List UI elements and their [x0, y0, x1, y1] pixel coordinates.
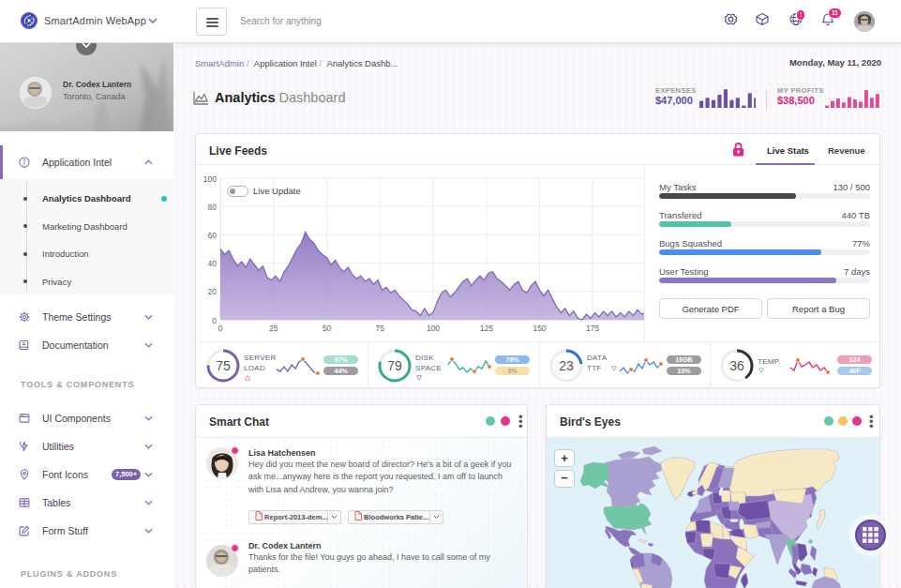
svg-text:79: 79 — [387, 358, 402, 373]
svg-text:75: 75 — [375, 324, 384, 333]
svg-text:100: 100 — [427, 324, 440, 333]
svg-text:0: 0 — [218, 324, 223, 333]
svg-text:175: 175 — [586, 324, 599, 333]
svg-text:40: 40 — [208, 259, 218, 268]
svg-text:60: 60 — [208, 231, 218, 240]
svg-text:150: 150 — [533, 324, 546, 333]
svg-text:20: 20 — [208, 287, 218, 296]
svg-text:23: 23 — [559, 358, 574, 373]
svg-text:80: 80 — [208, 203, 218, 212]
svg-text:36: 36 — [729, 358, 744, 373]
svg-text:75: 75 — [216, 358, 231, 373]
svg-text:50: 50 — [323, 324, 332, 333]
svg-text:100: 100 — [203, 174, 217, 184]
svg-text:0: 0 — [212, 316, 217, 325]
svg-text:25: 25 — [269, 324, 278, 333]
svg-text:125: 125 — [480, 324, 493, 333]
